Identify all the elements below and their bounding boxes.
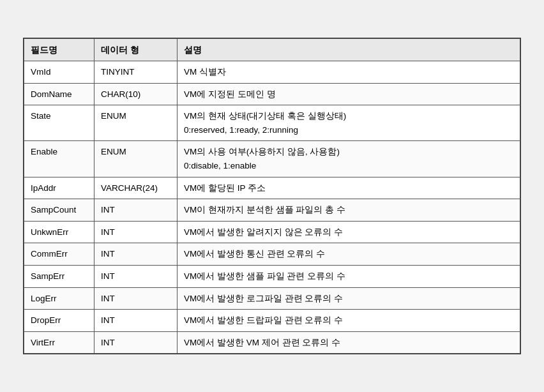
cell-desc: VM의 현재 상태(대기상태 혹은 실행상태)0:reserved, 1:rea… [178,105,520,141]
cell-desc: VM의 사용 여부(사용하지 않음, 사용함)0:disable, 1:enab… [178,141,520,177]
cell-type: INT [94,243,178,266]
cell-field: State [24,105,94,141]
table-row: SampCountINTVM이 현재까지 분석한 샘플 파일의 총 수 [24,199,520,222]
table-row: UnkwnErrINTVM에서 발생한 알려지지 않은 오류의 수 [24,221,520,243]
header-type: 데이터 형 [94,38,178,61]
cell-desc: VM이 현재까지 분석한 샘플 파일의 총 수 [178,199,520,222]
cell-field: Enable [24,141,94,177]
data-table: 필드명 데이터 형 설명 VmIdTINYINTVM 식별자DomNameCHA… [24,38,520,354]
cell-field: UnkwnErr [24,221,94,243]
cell-type: INT [94,199,178,222]
cell-type: ENUM [94,105,178,141]
cell-field: VirtErr [24,331,94,354]
table-row: StateENUMVM의 현재 상태(대기상태 혹은 실행상태)0:reserv… [24,105,520,141]
cell-field: SampErr [24,265,94,287]
cell-type: VARCHAR(24) [94,177,178,199]
cell-desc: VM에 할당된 IP 주소 [178,177,520,199]
cell-type: TINYINT [94,61,178,84]
header-field: 필드명 [24,38,94,61]
cell-desc: VM에서 발생한 VM 제어 관련 오류의 수 [178,331,520,354]
cell-type: ENUM [94,141,178,177]
main-table-container: 필드명 데이터 형 설명 VmIdTINYINTVM 식별자DomNameCHA… [23,38,521,355]
cell-desc: VM에서 발생한 통신 관련 오류의 수 [178,243,520,266]
cell-type: CHAR(10) [94,83,178,105]
cell-type: INT [94,331,178,354]
table-row: DropErrINTVM에서 발생한 드랍파일 관련 오류의 수 [24,310,520,332]
table-row: LogErrINTVM에서 발생한 로그파일 관련 오류의 수 [24,287,520,310]
cell-desc: VM에서 발생한 알려지지 않은 오류의 수 [178,221,520,243]
table-row: IpAddrVARCHAR(24)VM에 할당된 IP 주소 [24,177,520,199]
cell-desc: VM에서 발생한 드랍파일 관련 오류의 수 [178,310,520,332]
table-row: DomNameCHAR(10)VM에 지정된 도메인 명 [24,83,520,105]
cell-type: INT [94,221,178,243]
cell-type: INT [94,265,178,287]
table-header-row: 필드명 데이터 형 설명 [24,38,520,61]
cell-desc: VM 식별자 [178,61,520,84]
cell-desc: VM에 지정된 도메인 명 [178,83,520,105]
cell-field: DropErr [24,310,94,332]
cell-field: SampCount [24,199,94,222]
cell-type: INT [94,287,178,310]
header-desc: 설명 [178,38,520,61]
cell-field: CommErr [24,243,94,266]
table-row: SampErrINTVM에서 발생한 샘플 파일 관련 오류의 수 [24,265,520,287]
cell-field: LogErr [24,287,94,310]
cell-desc: VM에서 발생한 로그파일 관련 오류의 수 [178,287,520,310]
cell-field: IpAddr [24,177,94,199]
cell-field: VmId [24,61,94,84]
table-row: VmIdTINYINTVM 식별자 [24,61,520,84]
cell-field: DomName [24,83,94,105]
cell-desc: VM에서 발생한 샘플 파일 관련 오류의 수 [178,265,520,287]
table-row: CommErrINTVM에서 발생한 통신 관련 오류의 수 [24,243,520,266]
table-row: VirtErrINTVM에서 발생한 VM 제어 관련 오류의 수 [24,331,520,354]
cell-type: INT [94,310,178,332]
table-row: EnableENUMVM의 사용 여부(사용하지 않음, 사용함)0:disab… [24,141,520,177]
